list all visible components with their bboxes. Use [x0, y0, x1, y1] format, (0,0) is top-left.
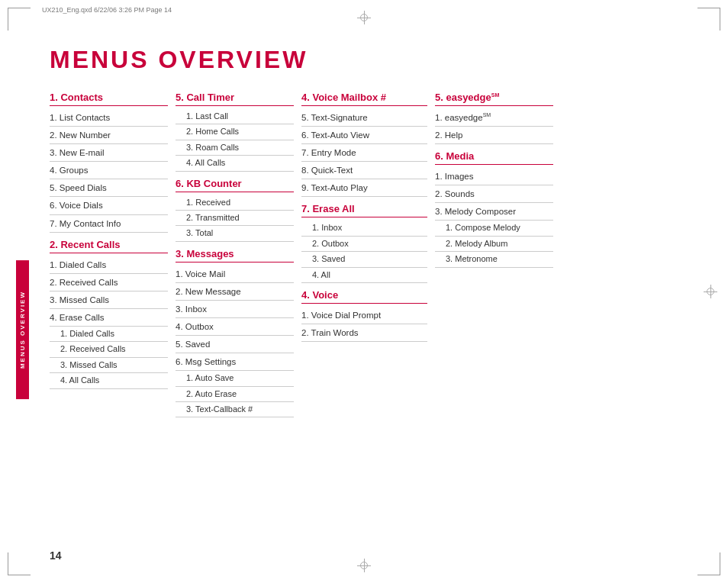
list-item: 6. Voice Dials — [50, 197, 168, 214]
list-item: 1. Received — [176, 195, 294, 211]
list-item: 4. All Calls — [50, 373, 168, 388]
list-item: 4. All — [301, 268, 427, 283]
section-heading-4-1: 5. easyedgeSM — [435, 92, 553, 106]
list-item: 1. Dialed Calls — [50, 327, 168, 342]
section-heading-1-2: 2. Recent Calls — [50, 239, 168, 253]
content-area: 1. Contacts1. List Contacts2. New Number… — [50, 92, 705, 545]
list-item: 7. My Contact Info — [50, 215, 168, 233]
section-heading-3-1: 4. Voice Mailbox # — [301, 92, 427, 106]
list-item: 6. Msg Settings — [176, 353, 294, 371]
list-item: 3. Roam Calls — [176, 140, 294, 156]
section-heading-1-1: 1. Contacts — [50, 92, 168, 106]
list-item: 5. Speed Dials — [50, 179, 168, 197]
section-heading-4-2: 6. Media — [435, 150, 553, 165]
list-item: 1. Last Call — [176, 109, 294, 124]
list-item: 2. Help — [435, 127, 553, 144]
list-item: 2. New Message — [176, 283, 294, 301]
list-item: 2. Sounds — [435, 185, 553, 203]
list-item: 4. Groups — [50, 162, 168, 179]
list-item: 3. Metronome — [435, 252, 553, 267]
section-heading-2-1: 5. Call Timer — [176, 92, 294, 106]
corner-tr — [697, 8, 720, 31]
list-item: 1. Compose Melody — [435, 221, 553, 236]
list-item: 2. Home Calls — [176, 124, 294, 140]
column-2: 5. Call Timer1. Last Call2. Home Calls3.… — [176, 92, 294, 545]
column-1: 1. Contacts1. List Contacts2. New Number… — [50, 92, 168, 545]
list-item: 3. Text-Callback # — [176, 402, 294, 417]
list-item: 3. Saved — [301, 252, 427, 267]
list-item: 2. Transmitted — [176, 211, 294, 226]
page-title: MENUS OVERVIEW — [50, 46, 308, 74]
section-heading-3-3: 4. Voice — [301, 289, 427, 304]
list-item: 4. Outbox — [176, 318, 294, 336]
list-item: 2. Received Calls — [50, 342, 168, 357]
list-item: 2. Received Calls — [50, 274, 168, 292]
column-4: 5. easyedgeSM1. easyedgeSM2. Help6. Medi… — [435, 92, 553, 545]
list-item: 2. Outbox — [301, 237, 427, 252]
list-item: 2. New Number — [50, 127, 168, 144]
list-item: 3. Inbox — [176, 301, 294, 318]
corner-tl — [8, 8, 31, 31]
list-item: 3. Missed Calls — [50, 292, 168, 309]
column-3: 4. Voice Mailbox #5. Text-Signature6. Te… — [301, 92, 427, 545]
sidebar-label: MENUS OVERVIEW — [14, 153, 31, 507]
list-item: 6. Text-Auto View — [301, 127, 427, 144]
list-item: 3. Total — [176, 226, 294, 241]
list-item: 1. Voice Mail — [176, 266, 294, 283]
list-item: 3. Missed Calls — [50, 358, 168, 373]
list-item: 1. Voice Dial Prompt — [301, 307, 427, 324]
list-item: 1. List Contacts — [50, 109, 168, 127]
list-item: 4. Erase Calls — [50, 309, 168, 327]
list-item: 1. Images — [435, 168, 553, 185]
list-item: 1. Dialed Calls — [50, 256, 168, 274]
list-item: 8. Quick-Text — [301, 162, 427, 179]
corner-br — [697, 552, 720, 575]
list-item: 1. Inbox — [301, 221, 427, 236]
list-item: 9. Text-Auto Play — [301, 179, 427, 197]
header-text: UX210_Eng.qxd 6/22/06 3:26 PM Page 14 — [42, 6, 172, 14]
section-heading-2-2: 6. KB Counter — [176, 178, 294, 192]
top-crosshair — [357, 11, 371, 24]
list-item: 2. Melody Album — [435, 237, 553, 252]
list-item: 4. All Calls — [176, 156, 294, 171]
list-item: 3. New E-mail — [50, 144, 168, 162]
list-item: 7. Entry Mode — [301, 144, 427, 162]
list-item: 2. Train Words — [301, 324, 427, 342]
list-item: 1. Auto Save — [176, 371, 294, 386]
section-heading-3-2: 7. Erase All — [301, 203, 427, 217]
list-item: 1. easyedgeSM — [435, 109, 553, 127]
page-number: 14 — [50, 549, 62, 562]
right-crosshair — [704, 285, 717, 298]
list-item: 3. Melody Composer — [435, 203, 553, 221]
corner-bl — [8, 552, 31, 575]
bottom-crosshair — [357, 559, 371, 572]
section-heading-2-3: 3. Messages — [176, 248, 294, 263]
list-item: 2. Auto Erase — [176, 387, 294, 402]
list-item: 5. Saved — [176, 336, 294, 353]
list-item: 5. Text-Signature — [301, 109, 427, 127]
